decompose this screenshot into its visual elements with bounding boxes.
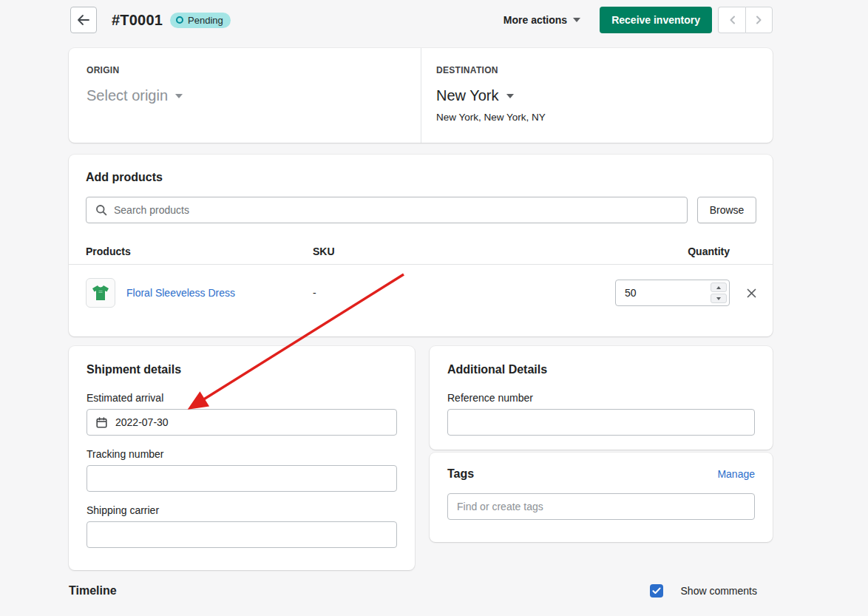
previous-page-button[interactable]: [718, 7, 745, 33]
page-header: #T0001 Pending More actions Receive inve…: [70, 6, 773, 34]
additional-details-card: Additional Details Reference number: [430, 346, 773, 450]
destination-select[interactable]: New York: [436, 87, 514, 104]
triangle-up-icon: [716, 286, 721, 289]
locations-card: ORIGIN Select origin DESTINATION New Yor…: [69, 48, 773, 143]
caret-down-icon: [175, 94, 183, 98]
product-search-box: [86, 197, 688, 223]
status-ring-icon: [176, 16, 183, 24]
caret-down-icon: [506, 94, 514, 98]
transfer-detail-page: #T0001 Pending More actions Receive inve…: [0, 0, 868, 616]
add-products-title: Add products: [86, 171, 756, 184]
destination-address: New York, New York, NY: [436, 112, 755, 123]
quantity-field: [615, 280, 730, 306]
tags-title: Tags: [447, 467, 474, 481]
estimated-arrival-input[interactable]: [115, 416, 387, 428]
calendar-icon: [96, 417, 107, 428]
products-table-header: Products SKU Quantity: [69, 238, 773, 265]
shipping-carrier-label: Shipping carrier: [87, 504, 397, 516]
shipment-details-title: Shipment details: [87, 363, 397, 376]
triangle-down-icon: [716, 297, 721, 300]
estimated-arrival-field[interactable]: [87, 409, 397, 436]
quantity-decrement-button[interactable]: [711, 294, 727, 303]
product-search-input[interactable]: [114, 204, 678, 216]
back-button[interactable]: [70, 7, 97, 33]
product-thumbnail: [86, 278, 115, 308]
tags-card: Tags Manage: [430, 453, 773, 542]
more-actions-label: More actions: [503, 14, 567, 26]
page-title: #T0001: [112, 12, 163, 29]
header-actions: More actions Receive inventory: [501, 7, 773, 33]
next-page-button[interactable]: [745, 7, 773, 33]
destination-label: DESTINATION: [436, 65, 755, 75]
destination-section: DESTINATION New York New York, New York,…: [421, 48, 773, 143]
show-comments-label[interactable]: Show comments: [681, 585, 757, 597]
chevron-right-icon: [756, 16, 762, 24]
caret-down-icon: [573, 18, 580, 22]
browse-button[interactable]: Browse: [697, 197, 756, 223]
origin-section: ORIGIN Select origin: [69, 48, 421, 143]
checkmark-icon: [652, 587, 661, 595]
shipment-details-card: Shipment details Estimated arrival Track…: [69, 346, 415, 570]
timeline-section: Timeline Show comments: [69, 584, 773, 598]
tracking-number-input[interactable]: [87, 465, 397, 492]
origin-label: ORIGIN: [87, 65, 403, 75]
remove-product-button[interactable]: [747, 288, 756, 298]
timeline-title: Timeline: [69, 584, 117, 598]
quantity-column-header: Quantity: [615, 246, 730, 257]
product-link[interactable]: Floral Sleeveless Dress: [126, 287, 235, 299]
additional-details-title: Additional Details: [447, 363, 755, 376]
tags-input[interactable]: [447, 493, 755, 520]
table-row: Floral Sleeveless Dress -: [69, 265, 773, 321]
chevron-left-icon: [729, 16, 736, 24]
products-column-header: Products: [69, 246, 313, 257]
quantity-stepper: [711, 282, 727, 303]
origin-select[interactable]: Select origin: [87, 87, 183, 104]
status-badge-label: Pending: [188, 15, 223, 26]
shipping-carrier-input[interactable]: [87, 521, 397, 548]
quantity-increment-button[interactable]: [711, 282, 727, 292]
estimated-arrival-label: Estimated arrival: [87, 392, 397, 404]
pagination: [718, 7, 773, 33]
reference-number-input[interactable]: [447, 409, 755, 436]
arrow-left-icon: [77, 14, 90, 26]
sku-column-header: SKU: [313, 246, 615, 257]
more-actions-button[interactable]: More actions: [501, 10, 583, 30]
product-sku: -: [313, 287, 615, 299]
destination-select-value: New York: [436, 87, 499, 104]
origin-select-value: Select origin: [87, 87, 168, 104]
x-icon: [747, 288, 756, 298]
show-comments-checkbox[interactable]: [650, 584, 663, 598]
status-badge: Pending: [170, 13, 231, 28]
add-products-card: Add products Browse Products SKU Quantit…: [69, 155, 773, 336]
manage-tags-link[interactable]: Manage: [717, 468, 755, 480]
reference-number-label: Reference number: [447, 392, 755, 404]
search-icon: [95, 204, 107, 216]
tracking-number-label: Tracking number: [87, 448, 397, 460]
receive-inventory-button[interactable]: Receive inventory: [600, 7, 712, 33]
tshirt-icon: [91, 284, 110, 302]
